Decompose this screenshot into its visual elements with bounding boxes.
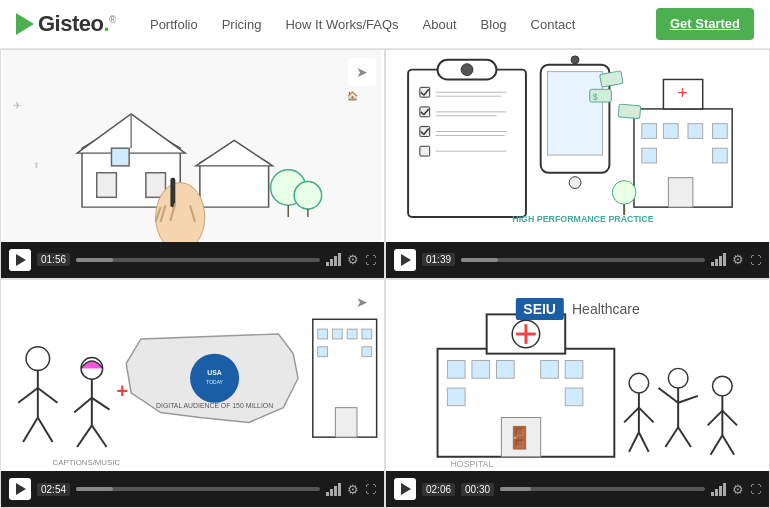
svg-rect-51 bbox=[663, 124, 678, 139]
play-button-4[interactable] bbox=[394, 478, 416, 500]
video-controls-4: 02:06 00:30 ⚙ ⛶ bbox=[386, 471, 769, 507]
svg-text:🚪: 🚪 bbox=[506, 423, 533, 450]
svg-text:$: $ bbox=[593, 92, 598, 102]
illustration-2: + $ HIGH PERFORMANCE PRACTICE bbox=[386, 50, 769, 242]
seiu-label: Healthcare bbox=[572, 301, 640, 317]
nav-how-it-works[interactable]: How It Works/FAQs bbox=[275, 17, 408, 32]
svg-rect-101 bbox=[447, 360, 465, 378]
svg-rect-107 bbox=[565, 388, 583, 406]
svg-rect-103 bbox=[496, 360, 514, 378]
timestamp-2: 01:39 bbox=[422, 253, 455, 266]
svg-text:TODAY: TODAY bbox=[206, 380, 223, 385]
svg-text:CAPTIONS/MUSIC: CAPTIONS/MUSIC bbox=[53, 457, 121, 466]
video-grid: ➤ bbox=[0, 49, 770, 508]
svg-rect-90 bbox=[362, 329, 372, 339]
svg-text:⬆: ⬆ bbox=[33, 161, 40, 170]
play-button-1[interactable] bbox=[9, 249, 31, 271]
svg-point-117 bbox=[668, 368, 688, 388]
settings-icon-2[interactable]: ⚙ bbox=[732, 252, 744, 267]
settings-icon-3[interactable]: ⚙ bbox=[347, 482, 359, 497]
volume-icon-3[interactable] bbox=[326, 483, 341, 496]
video-thumb-1: ➤ bbox=[1, 50, 384, 242]
volume-icon-2[interactable] bbox=[711, 253, 726, 266]
svg-rect-87 bbox=[318, 329, 328, 339]
svg-rect-88 bbox=[332, 329, 342, 339]
progress-fill-2 bbox=[461, 258, 498, 262]
svg-rect-102 bbox=[472, 360, 490, 378]
play-icon-1 bbox=[16, 254, 26, 266]
nav-contact[interactable]: Contact bbox=[521, 17, 586, 32]
play-button-2[interactable] bbox=[394, 249, 416, 271]
svg-rect-89 bbox=[347, 329, 357, 339]
svg-rect-53 bbox=[713, 124, 728, 139]
svg-rect-62 bbox=[618, 104, 641, 119]
svg-rect-55 bbox=[713, 148, 728, 163]
play-icon-2 bbox=[401, 254, 411, 266]
progress-bar-1[interactable] bbox=[76, 258, 320, 262]
svg-rect-104 bbox=[541, 360, 559, 378]
video-controls-3: 02:54 ⚙ ⛶ bbox=[1, 471, 384, 507]
svg-rect-93 bbox=[335, 407, 357, 436]
volume-icon-4[interactable] bbox=[711, 483, 726, 496]
nav-links: Portfolio Pricing How It Works/FAQs Abou… bbox=[140, 17, 656, 32]
share-button-1[interactable]: ➤ bbox=[348, 58, 376, 86]
svg-text:+: + bbox=[116, 379, 127, 401]
logo[interactable]: Gisteo.® bbox=[16, 11, 116, 37]
svg-text:USA: USA bbox=[207, 369, 222, 376]
navbar: Gisteo.® Portfolio Pricing How It Works/… bbox=[0, 0, 770, 49]
share-icon-1: ➤ bbox=[356, 64, 368, 80]
nav-about[interactable]: About bbox=[413, 17, 467, 32]
progress-bar-2[interactable] bbox=[461, 258, 705, 262]
settings-icon-4[interactable]: ⚙ bbox=[732, 482, 744, 497]
svg-point-11 bbox=[294, 182, 321, 209]
video-cell-1: ➤ bbox=[0, 49, 385, 279]
svg-text:+: + bbox=[677, 83, 687, 103]
svg-point-123 bbox=[713, 376, 733, 396]
svg-rect-4 bbox=[97, 173, 117, 198]
share-icon-3: ➤ bbox=[356, 294, 368, 310]
progress-bar-3[interactable] bbox=[76, 487, 320, 491]
get-started-button[interactable]: Get Started bbox=[656, 8, 754, 40]
play-button-3[interactable] bbox=[9, 478, 31, 500]
svg-rect-91 bbox=[318, 346, 328, 356]
video-cell-3: ➤ USA TODAY DIGITAL AUDIENCE OF 150 MILL… bbox=[0, 279, 385, 509]
svg-rect-41 bbox=[420, 146, 430, 156]
svg-point-57 bbox=[612, 181, 636, 205]
progress-bar-4[interactable] bbox=[500, 487, 705, 491]
timestamp-extra-4: 00:30 bbox=[461, 483, 494, 496]
svg-text:HIGH PERFORMANCE PRACTICE: HIGH PERFORMANCE PRACTICE bbox=[512, 214, 653, 224]
svg-rect-52 bbox=[688, 124, 703, 139]
nav-blog[interactable]: Blog bbox=[471, 17, 517, 32]
progress-fill-1 bbox=[76, 258, 113, 262]
svg-text:🏠: 🏠 bbox=[347, 90, 359, 102]
video-cell-4: SEIU Healthcare bbox=[385, 279, 770, 509]
video-thumb-2: + $ HIGH PERFORMANCE PRACTICE bbox=[386, 50, 769, 242]
svg-rect-45 bbox=[548, 72, 603, 155]
svg-rect-14 bbox=[170, 178, 175, 207]
svg-rect-106 bbox=[447, 388, 465, 406]
expand-icon-1[interactable]: ⛶ bbox=[365, 254, 376, 266]
video-cell-2: + $ HIGH PERFORMANCE PRACTICE bbox=[385, 49, 770, 279]
nav-pricing[interactable]: Pricing bbox=[212, 17, 272, 32]
svg-point-69 bbox=[26, 346, 50, 370]
share-button-3[interactable]: ➤ bbox=[348, 288, 376, 316]
svg-rect-54 bbox=[642, 148, 657, 163]
video-thumb-3: ➤ USA TODAY DIGITAL AUDIENCE OF 150 MILL… bbox=[1, 280, 384, 472]
svg-text:✈: ✈ bbox=[13, 100, 21, 111]
svg-rect-105 bbox=[565, 360, 583, 378]
timestamp-4: 02:06 bbox=[422, 483, 455, 496]
logo-text: Gisteo.® bbox=[38, 11, 116, 37]
expand-icon-3[interactable]: ⛶ bbox=[365, 483, 376, 495]
svg-text:HOSPITAL: HOSPITAL bbox=[450, 458, 493, 468]
settings-icon-1[interactable]: ⚙ bbox=[347, 252, 359, 267]
svg-rect-6 bbox=[111, 148, 129, 166]
expand-icon-2[interactable]: ⛶ bbox=[750, 254, 761, 266]
svg-point-65 bbox=[190, 353, 239, 402]
progress-fill-4 bbox=[500, 487, 531, 491]
svg-point-46 bbox=[569, 177, 581, 189]
svg-point-25 bbox=[461, 64, 473, 76]
volume-icon-1[interactable] bbox=[326, 253, 341, 266]
expand-icon-4[interactable]: ⛶ bbox=[750, 483, 761, 495]
svg-text:DIGITAL AUDIENCE OF 150 MILLIO: DIGITAL AUDIENCE OF 150 MILLION bbox=[156, 401, 273, 408]
nav-portfolio[interactable]: Portfolio bbox=[140, 17, 208, 32]
